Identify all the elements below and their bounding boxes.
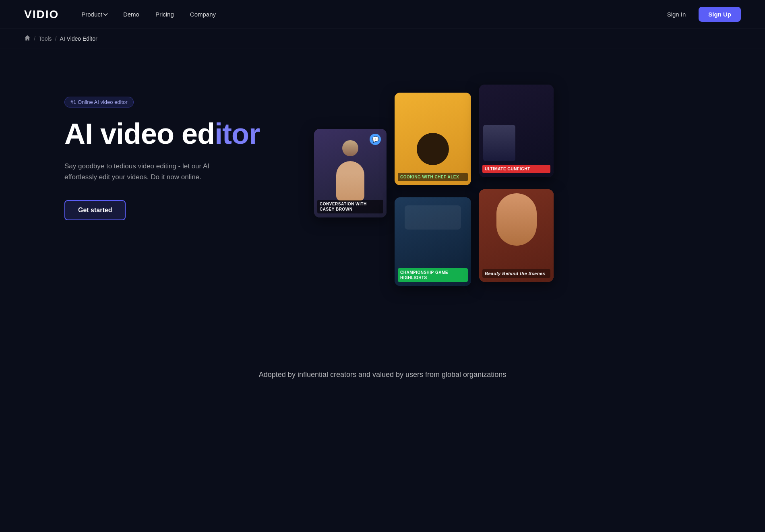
card-inner-beauty: Beauty Behind the Scenes: [479, 189, 554, 282]
card-inner-game: ULTIMATE GUNFIGHT: [479, 85, 554, 177]
hero-title: AI video editor: [64, 119, 274, 149]
card-label-cooking: COOKING WITH CHEF ALEX: [398, 173, 468, 181]
hero-badge: #1 Online AI video editor: [64, 97, 134, 108]
home-icon: [24, 35, 31, 41]
nav-link-pricing[interactable]: Pricing: [149, 8, 180, 21]
hero-video-grid: 💬 CONVERSATION WITH CASEY BROWN COOKING …: [290, 81, 741, 322]
card-inner-cooking: COOKING WITH CHEF ALEX: [395, 93, 471, 185]
tagline-section: Adopted by influential creators and valu…: [0, 346, 765, 395]
video-card-game: ULTIMATE GUNFIGHT: [479, 85, 554, 177]
hero-content: #1 Online AI video editor AI video edito…: [64, 81, 274, 220]
card-inner-podcast: 💬 CONVERSATION WITH CASEY BROWN: [314, 129, 387, 217]
hero-description: Say goodbye to tedious video editing - l…: [64, 161, 225, 182]
hero-section: #1 Online AI video editor AI video edito…: [0, 48, 765, 346]
card-label-hockey: CHAMPIONSHIP GAME HIGHLIGHTS: [398, 268, 468, 282]
card-label-game: ULTIMATE GUNFIGHT: [482, 165, 550, 173]
chat-bubble-icon: 💬: [370, 134, 381, 145]
breadcrumb-sep-1: /: [34, 35, 35, 42]
breadcrumb-sep-2: /: [55, 35, 57, 42]
card-label-podcast: CONVERSATION WITH CASEY BROWN: [317, 200, 383, 213]
hero-title-main: AI video ed: [64, 118, 215, 150]
video-card-cooking: COOKING WITH CHEF ALEX: [395, 93, 471, 185]
sign-in-link[interactable]: Sign In: [661, 8, 693, 21]
breadcrumb-current: AI Video Editor: [60, 35, 97, 42]
get-started-button[interactable]: Get started: [64, 200, 126, 220]
video-card-podcast: 💬 CONVERSATION WITH CASEY BROWN: [314, 129, 387, 217]
sign-up-button[interactable]: Sign Up: [699, 7, 741, 22]
video-card-hockey: CHAMPIONSHIP GAME HIGHLIGHTS: [395, 197, 471, 286]
nav-links: Product Demo Pricing Company: [75, 8, 222, 21]
nav-link-product[interactable]: Product: [75, 8, 114, 21]
card-label-beauty: Beauty Behind the Scenes: [482, 269, 550, 278]
nav-link-company[interactable]: Company: [184, 8, 222, 21]
tagline-text: Adopted by influential creators and valu…: [24, 371, 741, 379]
hero-title-highlight: itor: [215, 118, 260, 150]
card-inner-hockey: CHAMPIONSHIP GAME HIGHLIGHTS: [395, 197, 471, 286]
chevron-down-icon: [103, 11, 108, 16]
nav-right: Sign In Sign Up: [661, 7, 741, 22]
navbar: VIDIO Product Demo Pricing Company Sign …: [0, 0, 765, 29]
logo[interactable]: VIDIO: [24, 8, 59, 21]
breadcrumb-tools[interactable]: Tools: [39, 35, 52, 42]
breadcrumb: / Tools / AI Video Editor: [0, 29, 765, 48]
nav-link-demo[interactable]: Demo: [117, 8, 146, 21]
nav-left: VIDIO Product Demo Pricing Company: [24, 8, 222, 21]
breadcrumb-home[interactable]: [24, 35, 31, 42]
video-card-beauty: Beauty Behind the Scenes: [479, 189, 554, 282]
